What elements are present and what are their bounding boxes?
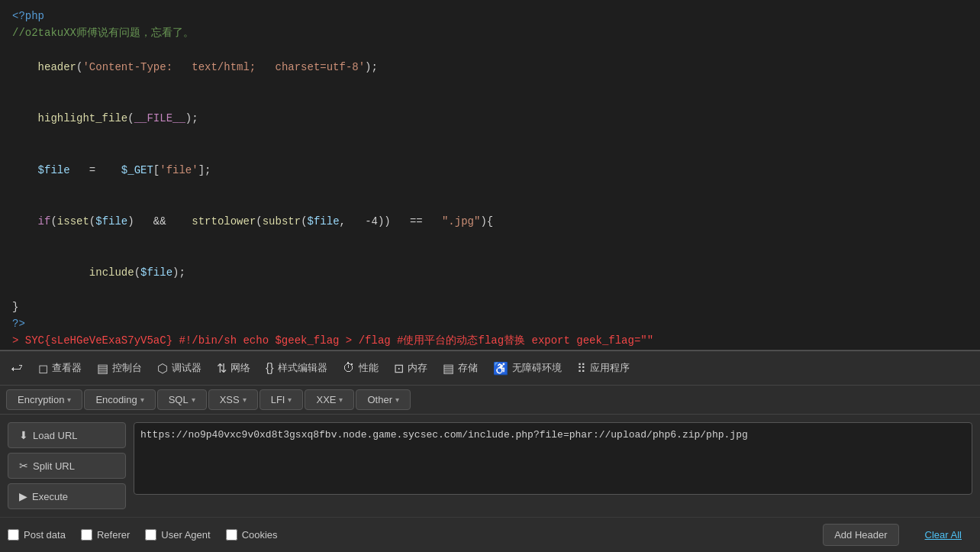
tabs-row: Encryption ▾ Encoding ▾ SQL ▾ XSS ▾ LFI … [0, 386, 980, 415]
tab-sql-label: SQL [169, 394, 189, 405]
execute-button[interactable]: ▶ Execute [8, 483, 126, 509]
code-line-5: $file = $_GET['file']; [12, 144, 968, 195]
nav-memory[interactable]: ⊡ 内存 [386, 355, 435, 382]
nav-console-label: 控制台 [112, 361, 142, 375]
load-url-button[interactable]: ⬇ Load URL [8, 422, 126, 448]
split-url-button[interactable]: ✂ Split URL [8, 453, 126, 479]
code-line-9: ?> [12, 315, 968, 332]
nav-inspector[interactable]: ◻ 查看器 [31, 355, 89, 382]
nav-application-label: 应用程序 [590, 361, 630, 375]
tab-other[interactable]: Other ▾ [356, 389, 411, 410]
tab-xxe-label: XXE [316, 394, 336, 405]
nav-console[interactable]: ▤ 控制台 [89, 355, 150, 382]
tab-xss-label: XSS [220, 394, 240, 405]
url-input[interactable] [134, 422, 972, 495]
tab-xxe[interactable]: XXE ▾ [305, 389, 354, 410]
chevron-down-icon: ▾ [192, 395, 195, 404]
storage-icon: ▤ [443, 361, 454, 376]
code-line-1: <?php [12, 8, 968, 24]
referer-checkbox[interactable]: Referer [81, 529, 130, 541]
split-url-label: Split URL [33, 460, 75, 472]
post-data-label: Post data [24, 529, 66, 541]
load-url-label: Load URL [33, 430, 78, 441]
url-area [134, 422, 972, 509]
nav-debugger[interactable]: ⬡ 调试器 [150, 355, 209, 382]
tab-encryption-label: Encryption [18, 394, 64, 405]
bottom-toolbar: ⮐ ◻ 查看器 ▤ 控制台 ⬡ 调试器 ⇅ 网络 {} 样式编辑器 ⏱ 性能 ⊡… [0, 350, 980, 552]
nav-performance-label: 性能 [359, 361, 379, 375]
nav-inspector-label: 查看器 [52, 361, 82, 375]
tab-sql[interactable]: SQL ▾ [157, 389, 207, 410]
tab-lfi[interactable]: LFI ▾ [260, 389, 304, 410]
home-icon: ⮐ [11, 361, 23, 375]
chevron-down-icon: ▾ [243, 395, 247, 404]
chevron-down-icon: ▾ [67, 395, 71, 404]
post-data-checkbox[interactable]: Post data [8, 529, 66, 541]
console-icon: ▤ [97, 361, 108, 376]
add-header-label: Add Header [834, 529, 887, 541]
code-line-6: if(isset($file) && strtolower(substr($fi… [12, 195, 968, 247]
code-line-4: highlight_file(__FILE__); [12, 93, 968, 144]
tab-encoding-label: Encoding [95, 394, 137, 405]
nav-network-label: 网络 [230, 361, 250, 375]
code-line-2: //o2takuXX师傅说有问题，忘看了。 [12, 24, 968, 41]
tab-other-label: Other [367, 394, 392, 405]
network-icon: ⇅ [217, 361, 227, 376]
chevron-down-icon: ▾ [288, 395, 292, 404]
tab-encryption[interactable]: Encryption ▾ [6, 389, 82, 410]
code-line-3: header('Content-Type: text/html; charset… [12, 42, 968, 93]
code-line-output: > SYC{sLeHGeVeExaS7yV5aC} #!/bin/sh echo… [12, 332, 968, 349]
nav-style-editor[interactable]: {} 样式编辑器 [258, 355, 335, 381]
cookies-checkbox[interactable]: Cookies [226, 529, 278, 541]
cookies-input[interactable] [226, 529, 237, 541]
nav-debugger-label: 调试器 [172, 361, 201, 375]
nav-style-editor-label: 样式编辑器 [278, 361, 327, 375]
application-icon: ⠿ [577, 361, 586, 376]
clear-all-button[interactable]: Clear All [914, 525, 972, 545]
accessibility-icon: ♿ [493, 361, 508, 376]
checkboxes-row: Post data Referer User Agent Cookies Add… [0, 517, 980, 552]
main-content: ⬇ Load URL ✂ Split URL ▶ Execute [0, 415, 980, 517]
code-line-7: include($file); [12, 247, 968, 298]
referer-label: Referer [97, 529, 130, 541]
nav-storage[interactable]: ▤ 存储 [435, 355, 485, 382]
tab-lfi-label: LFI [271, 394, 285, 405]
code-display: <?php //o2takuXX师傅说有问题，忘看了。 header('Cont… [0, 0, 980, 350]
user-agent-label: User Agent [161, 529, 210, 541]
left-buttons: ⬇ Load URL ✂ Split URL ▶ Execute [8, 422, 126, 509]
memory-icon: ⊡ [394, 361, 404, 376]
devtools-nav: ⮐ ◻ 查看器 ▤ 控制台 ⬡ 调试器 ⇅ 网络 {} 样式编辑器 ⏱ 性能 ⊡… [0, 350, 980, 386]
execute-label: Execute [32, 491, 68, 502]
nav-memory-label: 内存 [408, 361, 427, 375]
nav-performance[interactable]: ⏱ 性能 [335, 355, 386, 381]
nav-home[interactable]: ⮐ [3, 355, 31, 381]
performance-icon: ⏱ [343, 361, 355, 375]
nav-accessibility[interactable]: ♿ 无障碍环境 [485, 355, 569, 382]
referer-input[interactable] [81, 529, 92, 541]
user-agent-checkbox[interactable]: User Agent [145, 529, 210, 541]
execute-icon: ▶ [19, 490, 27, 502]
load-url-icon: ⬇ [19, 429, 28, 441]
inspector-icon: ◻ [38, 361, 48, 376]
code-line-8: } [12, 299, 968, 315]
debugger-icon: ⬡ [157, 361, 168, 376]
nav-storage-label: 存储 [458, 361, 478, 375]
chevron-down-icon: ▾ [140, 395, 144, 404]
split-url-icon: ✂ [19, 460, 28, 472]
style-editor-icon: {} [266, 361, 274, 375]
post-data-input[interactable] [8, 529, 19, 541]
user-agent-input[interactable] [145, 529, 156, 541]
cookies-label: Cookies [242, 529, 278, 541]
nav-network[interactable]: ⇅ 网络 [209, 355, 258, 382]
tab-encoding[interactable]: Encoding ▾ [84, 389, 155, 410]
nav-accessibility-label: 无障碍环境 [512, 361, 562, 375]
clear-all-label: Clear All [925, 529, 962, 541]
tab-xss[interactable]: XSS ▾ [208, 389, 258, 410]
nav-application[interactable]: ⠿ 应用程序 [569, 355, 637, 382]
chevron-down-icon: ▾ [339, 395, 343, 404]
add-header-button[interactable]: Add Header [823, 524, 898, 546]
chevron-down-icon: ▾ [395, 395, 399, 404]
